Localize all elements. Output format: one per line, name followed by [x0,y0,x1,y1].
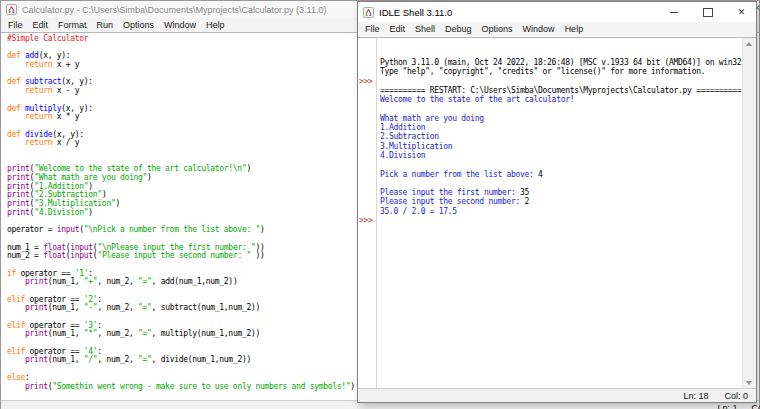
prompt-gutter [358,197,376,206]
prompt-gutter [358,86,376,95]
editor-status-col: Col: 0 [751,403,760,409]
menu-item-options[interactable]: Options [477,24,518,34]
shell-window: IDLE Shell 3.11.0 ✕ FileEditShellDebugOp… [357,1,757,403]
shell-line: What math are you doing [358,114,756,123]
prompt-gutter [358,170,376,179]
shell-line: 3.Multiplication [358,142,756,151]
idle-icon [6,4,17,15]
shell-line: >>> [358,77,756,86]
shell-line: Please input the first number: 35 [358,188,756,197]
menu-item-help[interactable]: Help [201,20,230,30]
shell-scrollbar[interactable] [742,38,756,389]
prompt-gutter [358,142,376,151]
prompt-gutter [358,114,376,123]
scroll-up-icon[interactable] [746,42,752,46]
prompt-gutter [358,179,376,188]
shell-line [358,160,756,169]
shell-titlebar[interactable]: IDLE Shell 3.11.0 ✕ [358,2,756,22]
menu-item-shell[interactable]: Shell [410,24,440,34]
menu-item-edit[interactable]: Edit [28,20,54,30]
prompt-gutter [358,160,376,169]
menu-item-window[interactable]: Window [518,24,560,34]
close-button[interactable]: ✕ [727,2,756,22]
menu-item-window[interactable]: Window [159,20,201,30]
maximize-icon [703,8,713,17]
prompt-gutter [358,151,376,160]
minimize-button[interactable] [659,2,688,22]
menu-item-run[interactable]: Run [92,20,119,30]
menu-item-edit[interactable]: Edit [385,24,411,34]
menu-item-file[interactable]: File [3,20,28,30]
shell-line [358,179,756,188]
prompt-gutter: >>> [358,77,376,86]
shell-line: 2.Subtraction [358,132,756,141]
shell-line: Python 3.11.0 (main, Oct 24 2022, 18:26:… [358,58,756,67]
prompt-gutter: >>> [358,216,376,225]
shell-line: ========== RESTART: C:\Users\Simba\Docum… [358,86,756,95]
menu-item-debug[interactable]: Debug [440,24,477,34]
shell-menubar: FileEditShellDebugOptionsWindowHelp [358,22,756,36]
prompt-gutter [358,67,376,76]
shell-line: Type "help", "copyright", "credits" or "… [358,67,756,76]
shell-line: Please input the second number: 2 [358,197,756,206]
shell-line: Pick a number from the list above: 4 [358,170,756,179]
editor-title: Calculator.py - C:\Users\Simba\Documents… [22,5,326,15]
prompt-gutter [358,207,376,216]
prompt-gutter [358,123,376,132]
shell-line: 4.Division [358,151,756,160]
shell-line: Welcome to the state of the art calculat… [358,95,756,104]
prompt-gutter [358,95,376,104]
prompt-gutter [358,188,376,197]
prompt-gutter [358,132,376,141]
menu-item-file[interactable]: File [360,24,385,34]
shell-status-line: Ln: 18 [683,391,708,401]
menu-item-help[interactable]: Help [560,24,589,34]
shell-output-area[interactable]: Python 3.11.0 (main, Oct 24 2022, 18:26:… [358,37,756,389]
prompt-gutter [358,58,376,67]
idle-icon [363,7,374,18]
desktop: Calculator.py - C:\Users\Simba\Documents… [0,0,760,409]
shell-title: IDLE Shell 3.11.0 [379,7,654,18]
shell-line: 1.Addition [358,123,756,132]
menu-item-options[interactable]: Options [118,20,159,30]
shell-line: >>> [358,216,756,225]
minimize-icon [670,12,678,13]
scroll-down-icon[interactable] [746,381,752,385]
prompt-gutter [358,104,376,113]
menu-item-format[interactable]: Format [53,20,92,30]
editor-status-line: Ln: 1 [717,403,737,409]
shell-line [358,104,756,113]
maximize-button[interactable] [693,2,722,22]
shell-line: 35.0 / 2.0 = 17.5 [358,207,756,216]
shell-statusbar: Ln: 18 Col: 0 [358,388,756,402]
shell-status-col: Col: 0 [724,391,748,401]
